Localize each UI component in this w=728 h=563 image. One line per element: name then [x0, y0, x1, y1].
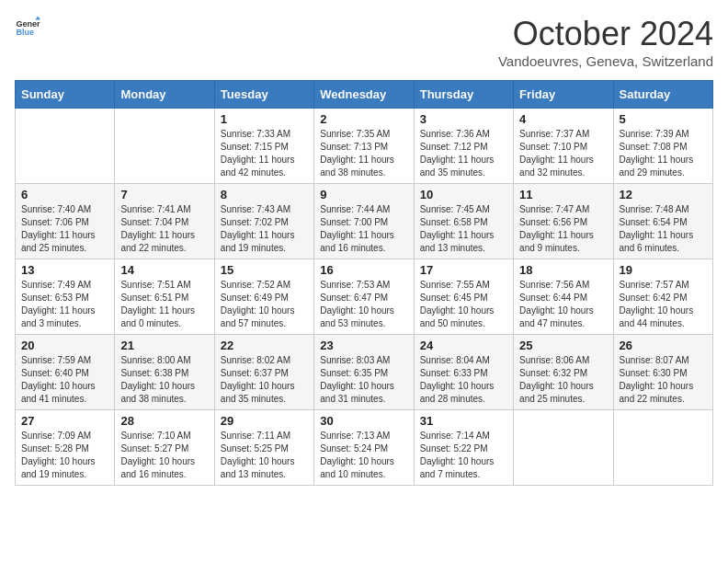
calendar-cell: 29 Sunrise: 7:11 AMSunset: 5:25 PMDaylig… — [214, 410, 313, 486]
calendar-cell: 31 Sunrise: 7:14 AMSunset: 5:22 PMDaylig… — [414, 410, 513, 486]
day-info: Sunrise: 7:52 AMSunset: 6:49 PMDaylight:… — [221, 279, 308, 330]
svg-text:General: General — [16, 19, 40, 29]
day-number: 7 — [120, 188, 208, 201]
calendar-cell: 11 Sunrise: 7:47 AMSunset: 6:56 PMDaylig… — [514, 184, 613, 259]
day-info: Sunrise: 7:40 AMSunset: 7:06 PMDaylight:… — [21, 203, 108, 255]
svg-text:Blue: Blue — [16, 28, 34, 37]
day-number: 22 — [221, 339, 308, 352]
day-info: Sunrise: 7:33 AMSunset: 7:15 PMDaylight:… — [221, 128, 308, 179]
calendar-cell: 7 Sunrise: 7:41 AMSunset: 7:04 PMDayligh… — [115, 184, 214, 259]
day-number: 19 — [620, 263, 707, 277]
day-number: 23 — [320, 339, 407, 352]
day-info: Sunrise: 8:07 AMSunset: 6:30 PMDaylight:… — [620, 354, 707, 406]
calendar-cell: 13 Sunrise: 7:49 AMSunset: 6:53 PMDaylig… — [16, 259, 115, 335]
logo-icon: General Blue — [15, 15, 40, 40]
calendar-cell — [613, 410, 712, 486]
day-number: 12 — [620, 188, 707, 201]
day-number: 30 — [320, 414, 407, 428]
calendar-cell — [115, 109, 214, 184]
calendar-week-row: 13 Sunrise: 7:49 AMSunset: 6:53 PMDaylig… — [16, 259, 713, 335]
day-number: 4 — [519, 112, 607, 126]
calendar-cell: 24 Sunrise: 8:04 AMSunset: 6:33 PMDaylig… — [414, 335, 513, 410]
day-info: Sunrise: 7:49 AMSunset: 6:53 PMDaylight:… — [21, 279, 108, 330]
day-info: Sunrise: 8:06 AMSunset: 6:32 PMDaylight:… — [519, 354, 607, 406]
calendar-cell: 5 Sunrise: 7:39 AMSunset: 7:08 PMDayligh… — [613, 109, 712, 184]
calendar-cell: 10 Sunrise: 7:45 AMSunset: 6:58 PMDaylig… — [414, 184, 513, 259]
calendar-cell: 18 Sunrise: 7:56 AMSunset: 6:44 PMDaylig… — [514, 259, 613, 335]
calendar-cell: 22 Sunrise: 8:02 AMSunset: 6:37 PMDaylig… — [214, 335, 313, 410]
header-thursday: Thursday — [414, 81, 513, 109]
calendar-cell: 27 Sunrise: 7:09 AMSunset: 5:28 PMDaylig… — [16, 410, 115, 486]
header-wednesday: Wednesday — [314, 81, 414, 109]
day-number: 28 — [120, 414, 208, 428]
header-monday: Monday — [115, 81, 214, 109]
calendar-cell: 1 Sunrise: 7:33 AMSunset: 7:15 PMDayligh… — [214, 109, 313, 184]
calendar-cell: 28 Sunrise: 7:10 AMSunset: 5:27 PMDaylig… — [115, 410, 214, 486]
day-info: Sunrise: 7:36 AMSunset: 7:12 PMDaylight:… — [420, 128, 507, 179]
day-number: 27 — [21, 414, 108, 428]
day-number: 9 — [320, 188, 407, 201]
calendar-cell: 20 Sunrise: 7:59 AMSunset: 6:40 PMDaylig… — [16, 335, 115, 410]
day-info: Sunrise: 7:09 AMSunset: 5:28 PMDaylight:… — [21, 430, 108, 481]
day-number: 16 — [320, 263, 407, 277]
logo: General Blue — [15, 15, 40, 40]
calendar-cell: 25 Sunrise: 8:06 AMSunset: 6:32 PMDaylig… — [514, 335, 613, 410]
calendar-cell: 9 Sunrise: 7:44 AMSunset: 7:00 PMDayligh… — [314, 184, 414, 259]
day-info: Sunrise: 7:47 AMSunset: 6:56 PMDaylight:… — [519, 203, 607, 255]
day-number: 11 — [519, 188, 607, 201]
day-number: 8 — [221, 188, 308, 201]
calendar-cell: 6 Sunrise: 7:40 AMSunset: 7:06 PMDayligh… — [16, 184, 115, 259]
month-title: October 2024 — [498, 15, 713, 53]
calendar-week-row: 6 Sunrise: 7:40 AMSunset: 7:06 PMDayligh… — [16, 184, 713, 259]
day-number: 21 — [120, 339, 208, 352]
header-sunday: Sunday — [16, 81, 115, 109]
day-number: 20 — [21, 339, 108, 352]
calendar-cell: 2 Sunrise: 7:35 AMSunset: 7:13 PMDayligh… — [314, 109, 414, 184]
calendar-cell: 4 Sunrise: 7:37 AMSunset: 7:10 PMDayligh… — [514, 109, 613, 184]
header-friday: Friday — [514, 81, 613, 109]
day-number: 26 — [620, 339, 707, 352]
day-info: Sunrise: 7:10 AMSunset: 5:27 PMDaylight:… — [120, 430, 208, 481]
calendar-cell: 19 Sunrise: 7:57 AMSunset: 6:42 PMDaylig… — [613, 259, 712, 335]
calendar-cell: 8 Sunrise: 7:43 AMSunset: 7:02 PMDayligh… — [214, 184, 313, 259]
day-info: Sunrise: 7:45 AMSunset: 6:58 PMDaylight:… — [420, 203, 507, 255]
calendar-table: Sunday Monday Tuesday Wednesday Thursday… — [15, 80, 713, 486]
calendar-cell: 17 Sunrise: 7:55 AMSunset: 6:45 PMDaylig… — [414, 259, 513, 335]
calendar-header-row: Sunday Monday Tuesday Wednesday Thursday… — [16, 81, 713, 109]
calendar-week-row: 27 Sunrise: 7:09 AMSunset: 5:28 PMDaylig… — [16, 410, 713, 486]
page-header: General Blue October 2024 Vandoeuvres, G… — [15, 15, 713, 69]
day-number: 2 — [320, 112, 407, 126]
day-info: Sunrise: 7:44 AMSunset: 7:00 PMDaylight:… — [320, 203, 407, 255]
day-number: 10 — [420, 188, 507, 201]
calendar-cell: 3 Sunrise: 7:36 AMSunset: 7:12 PMDayligh… — [414, 109, 513, 184]
day-info: Sunrise: 7:35 AMSunset: 7:13 PMDaylight:… — [320, 128, 407, 179]
day-number: 1 — [221, 112, 308, 126]
day-number: 14 — [120, 263, 208, 277]
calendar-cell: 21 Sunrise: 8:00 AMSunset: 6:38 PMDaylig… — [115, 335, 214, 410]
calendar-cell: 26 Sunrise: 8:07 AMSunset: 6:30 PMDaylig… — [613, 335, 712, 410]
calendar-week-row: 20 Sunrise: 7:59 AMSunset: 6:40 PMDaylig… — [16, 335, 713, 410]
calendar-cell: 16 Sunrise: 7:53 AMSunset: 6:47 PMDaylig… — [314, 259, 414, 335]
day-number: 13 — [21, 263, 108, 277]
day-info: Sunrise: 7:39 AMSunset: 7:08 PMDaylight:… — [620, 128, 707, 179]
day-info: Sunrise: 7:55 AMSunset: 6:45 PMDaylight:… — [420, 279, 507, 330]
day-info: Sunrise: 7:59 AMSunset: 6:40 PMDaylight:… — [21, 354, 108, 406]
day-info: Sunrise: 7:57 AMSunset: 6:42 PMDaylight:… — [620, 279, 707, 330]
calendar-cell — [514, 410, 613, 486]
day-info: Sunrise: 7:37 AMSunset: 7:10 PMDaylight:… — [519, 128, 607, 179]
day-info: Sunrise: 8:02 AMSunset: 6:37 PMDaylight:… — [221, 354, 308, 406]
header-saturday: Saturday — [613, 81, 712, 109]
header-tuesday: Tuesday — [214, 81, 313, 109]
day-info: Sunrise: 8:00 AMSunset: 6:38 PMDaylight:… — [120, 354, 208, 406]
location-subtitle: Vandoeuvres, Geneva, Switzerland — [498, 53, 713, 69]
title-section: October 2024 Vandoeuvres, Geneva, Switze… — [498, 15, 713, 69]
day-info: Sunrise: 7:41 AMSunset: 7:04 PMDaylight:… — [120, 203, 208, 255]
calendar-week-row: 1 Sunrise: 7:33 AMSunset: 7:15 PMDayligh… — [16, 109, 713, 184]
svg-marker-2 — [35, 16, 40, 19]
calendar-cell — [16, 109, 115, 184]
day-info: Sunrise: 7:51 AMSunset: 6:51 PMDaylight:… — [120, 279, 208, 330]
day-number: 25 — [519, 339, 607, 352]
day-number: 24 — [420, 339, 507, 352]
day-info: Sunrise: 7:13 AMSunset: 5:24 PMDaylight:… — [320, 430, 407, 481]
day-number: 18 — [519, 263, 607, 277]
